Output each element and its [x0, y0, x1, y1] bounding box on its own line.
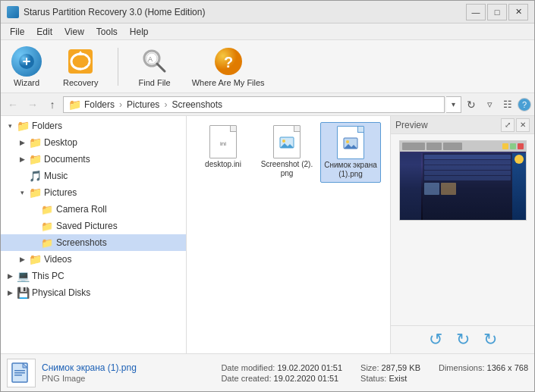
wizard-button[interactable]: Wizard — [7, 43, 46, 90]
expand-videos[interactable]: ▶ — [16, 253, 28, 265]
preview-expand-button[interactable]: ⤢ — [501, 118, 515, 132]
recovery-icon — [65, 46, 96, 77]
tree-label-documents: Documents — [44, 154, 90, 165]
tree-label-physical-disks: Physical Disks — [32, 287, 90, 298]
file-item-snimok1[interactable]: Снимок экрана (1).png — [320, 122, 381, 183]
menu-file[interactable]: File — [4, 24, 30, 40]
back-button[interactable]: ← — [4, 96, 22, 114]
status-filename: Снимок экрана (1).png — [42, 362, 137, 373]
tree-item-physical-disks[interactable]: ▶ 💾 Physical Disks — [1, 284, 186, 301]
filter-button[interactable]: ▿ — [481, 96, 498, 113]
menu-view[interactable]: View — [58, 24, 90, 40]
bar-item-1 — [402, 143, 425, 150]
file-name-screenshot2: Screenshot (2).png — [260, 160, 314, 178]
findfile-icon: A — [140, 46, 170, 77]
tree-item-music[interactable]: ▶ 🎵 Music — [1, 168, 186, 184]
window-title: Starus Partition Recovery 3.0 (Home Edit… — [24, 7, 205, 17]
tree-label-pictures: Pictures — [44, 187, 77, 198]
recovery-button[interactable]: Recovery — [58, 43, 102, 90]
tree-item-folders[interactable]: ▾ 📁 Folders — [1, 118, 186, 134]
tree-label-camera-roll: Camera Roll — [56, 204, 107, 215]
close-button[interactable]: ✕ — [508, 4, 528, 20]
forward-button[interactable]: → — [24, 96, 42, 114]
window-controls: — □ ✕ — [466, 4, 528, 20]
menu-edit[interactable]: Edit — [30, 24, 58, 40]
toolbar-right: ▿ ☷ ? — [481, 96, 531, 113]
wizard-icon — [11, 46, 42, 77]
status-details: Date modified: 19.02.2020 01:51 Date cre… — [221, 363, 528, 383]
row3 — [424, 165, 511, 170]
expand-desktop[interactable]: ▶ — [16, 136, 28, 149]
path-sep-2: › — [164, 99, 167, 110]
tree-item-pictures[interactable]: ▾ 📁 Pictures — [1, 184, 186, 201]
whereare-label: Where Are My Files — [192, 78, 265, 87]
tree-label-this-pc: This PC — [32, 271, 65, 281]
findfile-button[interactable]: A Find File — [134, 43, 175, 90]
whereare-icon: ? — [213, 46, 244, 77]
file-grid: ini desktop.ini Screenshot — [187, 116, 390, 353]
tree-item-videos[interactable]: ▶ 📁 Videos — [1, 251, 186, 268]
tree-item-documents[interactable]: ▶ 📁 Documents — [1, 151, 186, 168]
file-icon-screenshot2 — [273, 125, 301, 158]
preview-content — [391, 134, 534, 325]
file-item-desktop-ini[interactable]: ini desktop.ini — [193, 122, 253, 183]
preview-close-button[interactable]: ✕ — [516, 118, 530, 132]
help-button[interactable]: ? — [518, 98, 531, 111]
status-col-dimensions: Dimensions: 1366 x 768 — [439, 363, 528, 383]
folder-icon-saved-pictures: 📁 — [40, 221, 54, 231]
path-dropdown[interactable]: ▾ — [446, 96, 461, 113]
preview-panel: Preview ⤢ ✕ — [390, 116, 534, 353]
bar-item-3 — [443, 143, 462, 150]
tree-label-saved-pictures: Saved Pictures — [56, 221, 118, 231]
expand-pictures[interactable]: ▾ — [16, 187, 28, 199]
status-size-value: 287,59 KB — [382, 363, 420, 372]
svg-point-13 — [346, 140, 349, 143]
row1 — [424, 155, 511, 159]
main-window: Starus Partition Recovery 3.0 (Home Edit… — [0, 0, 535, 392]
svg-rect-17 — [14, 370, 25, 372]
tree-item-saved-pictures[interactable]: ▶ 📁 Saved Pictures — [1, 218, 186, 234]
titlebar-left: Starus Partition Recovery 3.0 (Home Edit… — [7, 6, 205, 18]
tree-label-videos: Videos — [44, 254, 71, 265]
status-size-label: Size: — [360, 363, 379, 372]
folder-icon-desktop: 📁 — [28, 137, 42, 148]
preview-refresh-button[interactable]: ↻ — [454, 331, 472, 349]
minimize-button[interactable]: — — [466, 4, 486, 20]
tree-item-this-pc[interactable]: ▶ 💻 This PC — [1, 268, 186, 284]
toolbar-separator — [118, 48, 118, 86]
expand-folders[interactable]: ▾ — [4, 120, 16, 132]
status-status: Status: Exist — [360, 374, 420, 383]
tree-item-camera-roll[interactable]: ▶ 📁 Camera Roll — [1, 201, 186, 218]
up-button[interactable]: ↑ — [43, 96, 61, 114]
path-part-1: Folders — [84, 99, 115, 110]
status-status-label: Status: — [360, 374, 386, 383]
menu-tools[interactable]: Tools — [90, 24, 124, 40]
preview-next-button[interactable]: ↻ — [481, 331, 499, 349]
refresh-button[interactable]: ↻ — [463, 96, 480, 113]
status-filetype: PNG Image — [42, 374, 137, 383]
row4 — [424, 171, 511, 175]
file-name-desktop-ini: desktop.ini — [205, 160, 241, 169]
preview-nav: ↺ ↻ ↻ — [391, 325, 534, 353]
expand-physical-disks[interactable]: ▶ — [4, 287, 16, 299]
titlebar: Starus Partition Recovery 3.0 (Home Edit… — [1, 1, 534, 24]
file-item-screenshot2[interactable]: Screenshot (2).png — [256, 122, 317, 183]
ctrl-close — [518, 143, 524, 149]
status-col-size: Size: 287,59 KB Status: Exist — [360, 363, 420, 383]
view-options-button[interactable]: ☷ — [499, 96, 516, 113]
address-path[interactable]: 📁 Folders › Pictures › Screenshots — [63, 96, 445, 113]
maximize-button[interactable]: □ — [487, 4, 507, 20]
tree-item-desktop[interactable]: ▶ 📁 Desktop — [1, 134, 186, 151]
folder-icon-camera-roll: 📁 — [40, 204, 54, 215]
status-dimensions-value: 1366 x 768 — [487, 363, 528, 372]
circle-decoration — [515, 155, 524, 164]
preview-img-bar — [400, 141, 526, 152]
menu-help[interactable]: Help — [124, 24, 155, 40]
expand-this-pc[interactable]: ▶ — [4, 270, 16, 282]
statusbar: Снимок экрана (1).png PNG Image Date mod… — [1, 353, 534, 391]
folder-icon-videos: 📁 — [28, 254, 42, 265]
expand-documents[interactable]: ▶ — [16, 153, 28, 165]
whereare-button[interactable]: ? Where Are My Files — [187, 43, 269, 90]
preview-prev-button[interactable]: ↺ — [426, 331, 445, 349]
tree-item-screenshots[interactable]: ▶ 📁 Screenshots — [1, 234, 186, 251]
